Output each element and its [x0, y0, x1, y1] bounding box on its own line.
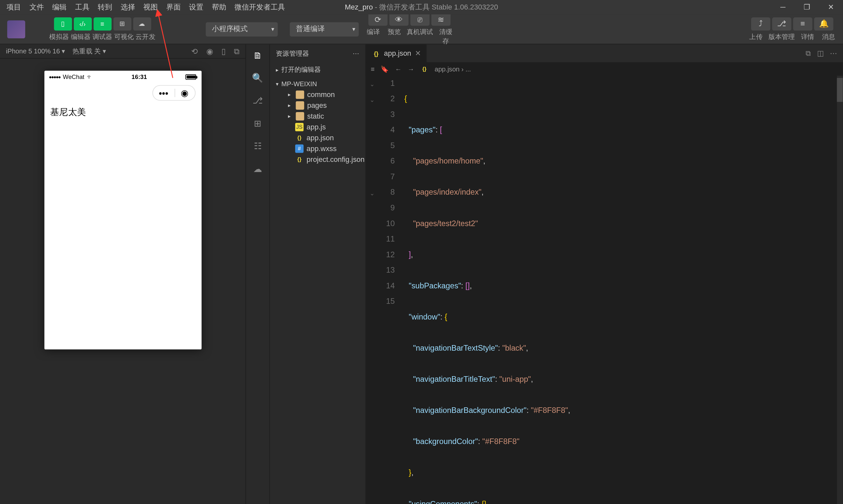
- mode-dropdown[interactable]: 小程序模式: [206, 22, 277, 36]
- signal-icon: ●●●●●: [49, 74, 61, 79]
- fold-8[interactable]: ⌄: [366, 186, 378, 201]
- preview-button[interactable]: 👁: [389, 13, 409, 25]
- ext-icon[interactable]: ⊞: [246, 116, 270, 131]
- split-icon[interactable]: ◫: [817, 49, 824, 58]
- remote-debug-button[interactable]: ⎚: [410, 13, 430, 25]
- window-title: Mez_pro - 微信开发者工具 Stable 1.06.2303220: [345, 2, 498, 12]
- menu-edit[interactable]: 编辑: [48, 0, 71, 14]
- breadcrumb: ≡ 🔖 ← → {} app.json › ...: [366, 62, 843, 75]
- upload-button[interactable]: ⤴: [751, 17, 771, 30]
- menu-tools[interactable]: 工具: [71, 0, 94, 14]
- folder-static[interactable]: ▸static: [270, 111, 365, 122]
- compile-button[interactable]: ⟳: [368, 13, 388, 25]
- list-icon[interactable]: ≡: [371, 65, 375, 73]
- tab-close-icon[interactable]: ✕: [415, 49, 421, 58]
- open-editors-section[interactable]: 打开的编辑器: [270, 64, 365, 76]
- phone-icon[interactable]: ▯: [221, 47, 226, 56]
- menu-help[interactable]: 帮助: [208, 0, 230, 14]
- fold-2[interactable]: ⌄: [366, 92, 378, 108]
- label-visualize: 可视化: [114, 32, 134, 41]
- user-avatar[interactable]: [7, 20, 25, 38]
- back-icon[interactable]: ←: [395, 65, 401, 73]
- label-version: 版本管理: [767, 32, 796, 41]
- project-section[interactable]: MP-WEIXIN: [270, 79, 365, 89]
- label-upload: 上传: [746, 32, 765, 41]
- device-simulator[interactable]: ●●●●●WeChatᯤ 16:31 •••◉ 基尼太美: [44, 71, 201, 349]
- editor-tabs: {} app.json ✕ ⧉ ◫ ⋯: [366, 44, 843, 62]
- device-dropdown[interactable]: iPhone 5 100% 16: [6, 47, 65, 55]
- label-debugger: 调试器: [92, 32, 112, 41]
- device-time: 16:31: [132, 73, 147, 80]
- bookmark-icon[interactable]: 🔖: [380, 65, 389, 73]
- code-body[interactable]: ⌄ ⌄ ⌄ 123 456 789 101112 131415 {: [366, 75, 843, 504]
- folder-pages[interactable]: ▸pages: [270, 100, 365, 111]
- label-cache: 清缓存: [436, 28, 455, 46]
- simulator-panel: iPhone 5 100% 16 热重载 关 ⟲ ◉ ▯ ⧉ 98% ●●●●●…: [0, 44, 246, 504]
- clear-cache-button[interactable]: ≋: [431, 13, 451, 25]
- menu-project[interactable]: 项目: [2, 0, 25, 14]
- compile-dropdown[interactable]: 普通编译: [290, 22, 359, 36]
- menu-select[interactable]: 选择: [117, 0, 139, 14]
- menu-interface[interactable]: 界面: [162, 0, 185, 14]
- debugger-toggle[interactable]: ≡: [93, 17, 111, 30]
- menu-goto[interactable]: 转到: [93, 0, 117, 14]
- minimize-button[interactable]: ─: [771, 0, 795, 14]
- target-icon: ◉: [181, 88, 189, 98]
- breadcrumb-path[interactable]: app.json › ...: [435, 65, 471, 72]
- view-toggle-group: ▯ ‹/› ≡ ⊞ ☁ 模拟器 编辑器 调试器 可视化 云开发: [49, 17, 155, 41]
- cloud-dev-toggle[interactable]: ☁: [133, 17, 151, 30]
- file-project-config[interactable]: {}project.config.json: [270, 154, 365, 165]
- close-button[interactable]: ✕: [819, 0, 843, 14]
- tab-app-json[interactable]: {} app.json ✕: [366, 44, 427, 62]
- device-page-content: 基尼太美: [44, 103, 201, 350]
- label-simulator: 模拟器: [49, 32, 69, 41]
- file-app-js[interactable]: JSapp.js: [270, 122, 365, 132]
- explorer-title: 资源管理器: [276, 49, 309, 58]
- cloud-icon[interactable]: ☁: [246, 162, 270, 176]
- file-app-wxss[interactable]: #app.wxss: [270, 143, 365, 154]
- more-tab-icon[interactable]: ⋯: [830, 49, 837, 58]
- capsule-button[interactable]: •••◉: [152, 85, 195, 101]
- label-remote: 真机调试: [406, 28, 434, 46]
- label-details: 详情: [798, 32, 818, 41]
- code-content[interactable]: { "pages": [ "pages/home/home", "pages/i…: [402, 75, 843, 504]
- title-bar: 项目 文件 编辑 工具 转到 选择 视图 界面 设置 帮助 微信开发者工具 Me…: [0, 0, 843, 14]
- compare-icon[interactable]: ⧉: [806, 49, 811, 58]
- branch-icon[interactable]: ⎇: [246, 93, 270, 108]
- activity-bar: 🗎 🔍 ⎇ ⊞ ☷ ☁: [246, 44, 270, 504]
- db-icon[interactable]: ☷: [246, 139, 270, 154]
- file-app-json[interactable]: {}app.json: [270, 132, 365, 143]
- label-compile: 编译: [363, 28, 383, 46]
- line-gutter: 123 456 789 101112 131415: [378, 75, 402, 504]
- battery-icon: [186, 74, 196, 79]
- maximize-button[interactable]: ❐: [795, 0, 819, 14]
- version-button[interactable]: ⎇: [772, 17, 791, 30]
- code-editor: {} app.json ✕ ⧉ ◫ ⋯ ≡ 🔖: [366, 44, 843, 504]
- visualize-toggle[interactable]: ⊞: [113, 17, 131, 30]
- simulator-toggle[interactable]: ▯: [54, 17, 72, 30]
- explorer-icon[interactable]: 🗎: [246, 48, 270, 62]
- simulator-toolbar: iPhone 5 100% 16 热重载 关 ⟲ ◉ ▯ ⧉: [0, 44, 245, 59]
- menu-view[interactable]: 视图: [139, 0, 162, 14]
- home-icon[interactable]: ◉: [206, 47, 213, 56]
- editor-toggle[interactable]: ‹/›: [73, 17, 91, 30]
- device-status-bar: ●●●●●WeChatᯤ 16:31: [44, 71, 201, 83]
- carrier-label: WeChat: [63, 73, 84, 80]
- popout-icon[interactable]: ⧉: [234, 47, 239, 56]
- more-icon: •••: [159, 88, 168, 98]
- messages-button[interactable]: 🔔: [814, 17, 833, 30]
- menu-settings[interactable]: 设置: [185, 0, 208, 14]
- menu-wechat-devtools[interactable]: 微信开发者工具: [230, 0, 289, 14]
- search-icon[interactable]: 🔍: [246, 71, 270, 85]
- refresh-icon[interactable]: ⟲: [191, 47, 198, 56]
- action-group: ⟳ 👁 ⎚ ≋ 编译 预览 真机调试 清缓存: [363, 13, 455, 46]
- hot-reload-dropdown[interactable]: 热重载 关: [72, 47, 106, 56]
- label-editor: 编辑器: [71, 32, 90, 41]
- fold-1[interactable]: ⌄: [366, 77, 378, 92]
- explorer-more-icon[interactable]: ⋯: [352, 50, 359, 57]
- code-scrollbar[interactable]: [837, 75, 843, 504]
- forward-icon[interactable]: →: [408, 65, 414, 73]
- details-button[interactable]: ≡: [793, 17, 812, 30]
- menu-file[interactable]: 文件: [25, 0, 48, 14]
- folder-common[interactable]: ▸common: [270, 89, 365, 100]
